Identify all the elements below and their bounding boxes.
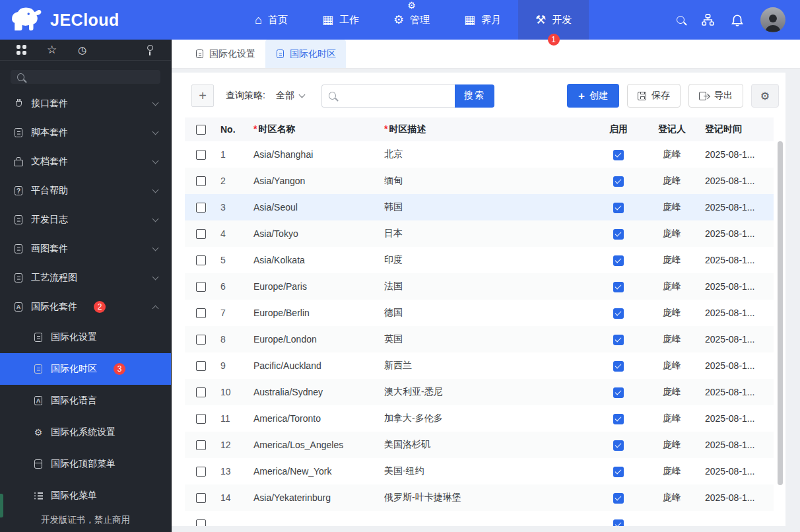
sidebar-menu-item[interactable]: 接口套件: [0, 89, 171, 118]
sidebar-submenu-item[interactable]: 国际化顶部菜单: [0, 448, 171, 480]
sidebar-submenu-item[interactable]: 国际化设置: [0, 321, 171, 353]
jecloud-logo-icon: [9, 6, 44, 34]
sidebar-menu-item[interactable]: 国际化套件 2: [0, 292, 171, 321]
enabled-checkbox[interactable]: [613, 493, 624, 504]
table-row[interactable]: 8 Europe/London 英国 庞峰 2025-08-1...: [185, 326, 774, 352]
create-button[interactable]: + 创建: [567, 84, 619, 108]
row-checkbox[interactable]: [196, 229, 206, 239]
enabled-checkbox[interactable]: [613, 255, 624, 266]
enabled-checkbox[interactable]: [613, 361, 624, 372]
table-row[interactable]: 5 Asia/Kolkata 印度 庞峰 2025-08-1...: [185, 247, 774, 273]
row-checkbox[interactable]: [196, 387, 206, 397]
sidebar-menu-item[interactable]: 画图套件: [0, 234, 171, 263]
table-row[interactable]: 1 Asia/Shanghai 北京 庞峰 2025-08-1...: [185, 141, 774, 168]
table-row[interactable]: 6 Europe/Paris 法国 庞峰 2025-08-1...: [185, 273, 774, 300]
row-checkbox[interactable]: [196, 467, 206, 477]
search-input[interactable]: [341, 91, 448, 101]
table-row[interactable]: 2 Asia/Yangon 缅甸 庞峰 2025-08-1...: [185, 168, 774, 194]
cell-reg-time: 2025-08-1...: [701, 458, 774, 484]
enabled-checkbox[interactable]: [613, 282, 624, 292]
sidebar-menu-item[interactable]: 开发日志: [0, 205, 171, 234]
sidebar-submenu-item[interactable]: 国际化菜单: [0, 480, 171, 512]
table-row[interactable]: 9 Pacific/Auckland 新西兰 庞峰 2025-08-1...: [185, 352, 774, 379]
list-icon: [33, 490, 44, 501]
settings-button[interactable]: ⚙: [751, 84, 779, 108]
query-strategy-label: 查询策略:: [226, 90, 265, 102]
sidebar-menu-item[interactable]: 脚本套件: [0, 118, 171, 147]
enabled-checkbox[interactable]: [613, 150, 624, 160]
enabled-checkbox[interactable]: [613, 335, 624, 345]
table-row[interactable]: 11 America/Toronto 加拿大-多伦多 庞峰 2025-08-1.…: [185, 405, 774, 432]
search-button[interactable]: 搜索: [455, 84, 494, 108]
cell-reg-time: 2025-08-1...: [701, 432, 774, 458]
cell-timezone-desc: 俄罗斯-叶卡捷琳堡: [380, 484, 594, 511]
row-checkbox[interactable]: [196, 440, 206, 450]
nav-item[interactable]: ⚒ 开发 1: [518, 0, 589, 40]
row-checkbox[interactable]: [196, 203, 206, 213]
table-row[interactable]: 3 Asia/Seoul 韩国 庞峰 2025-08-1...: [185, 194, 774, 220]
row-checkbox[interactable]: [196, 493, 206, 503]
query-strategy-select[interactable]: 全部: [276, 90, 304, 102]
row-checkbox[interactable]: [196, 282, 206, 292]
table-row[interactable]: 14 Asia/Yekaterinburg 俄罗斯-叶卡捷琳堡 庞峰 2025-…: [185, 484, 774, 511]
export-icon: [699, 92, 706, 100]
col-desc: *时区描述: [380, 117, 594, 141]
sidebar-search[interactable]: [11, 70, 160, 84]
i18n-icon: [13, 302, 24, 312]
scrollbar-thumb[interactable]: [778, 141, 783, 485]
sidebar-menu-item[interactable]: 工艺流程图: [0, 263, 171, 292]
enabled-checkbox[interactable]: [613, 519, 624, 526]
enabled-checkbox[interactable]: [613, 414, 624, 424]
nav-item[interactable]: ⚙ 管理: [376, 0, 447, 40]
enabled-checkbox[interactable]: [613, 308, 624, 319]
search-icon[interactable]: [677, 16, 684, 24]
tab[interactable]: 国际化时区: [265, 40, 346, 68]
enabled-checkbox[interactable]: [613, 176, 624, 187]
export-button[interactable]: 导出: [688, 84, 743, 108]
select-all-checkbox[interactable]: [196, 125, 206, 135]
pin-icon[interactable]: [144, 44, 155, 55]
tab[interactable]: 国际化设置: [185, 40, 265, 68]
bell-icon[interactable]: [731, 14, 743, 26]
license-note: 开发版证书，禁止商用: [0, 512, 171, 532]
row-checkbox[interactable]: [196, 150, 206, 160]
row-checkbox[interactable]: [196, 361, 206, 371]
row-checkbox[interactable]: [196, 335, 206, 345]
enabled-checkbox[interactable]: [613, 440, 624, 451]
save-button[interactable]: 保存: [627, 84, 681, 108]
nav-item[interactable]: ▦ 工作: [305, 0, 376, 40]
table-row[interactable]: 10 Australia/Sydney 澳大利亚-悉尼 庞峰 2025-08-1…: [185, 379, 774, 405]
row-checkbox[interactable]: [196, 519, 206, 526]
nav-item[interactable]: ⌂ 首页: [238, 0, 305, 40]
table-row[interactable]: 12 America/Los_Angeles 美国洛杉矶 庞峰 2025-08-…: [185, 432, 774, 458]
table-row[interactable]: [185, 511, 774, 526]
row-checkbox[interactable]: [196, 414, 206, 424]
row-checkbox[interactable]: [196, 255, 206, 265]
cell-timezone-name: Asia/Yangon: [250, 168, 380, 194]
apps-icon[interactable]: [16, 44, 27, 55]
table-row[interactable]: 4 Asia/Tokyo 日本 庞峰 2025-08-1...: [185, 220, 774, 247]
enabled-checkbox[interactable]: [613, 203, 624, 213]
star-icon[interactable]: [47, 44, 58, 55]
avatar[interactable]: [760, 7, 785, 32]
sidebar-submenu-item[interactable]: 国际化语言: [0, 385, 171, 416]
cell-timezone-name: Pacific/Auckland: [250, 352, 380, 379]
enabled-checkbox[interactable]: [613, 229, 624, 240]
enabled-checkbox[interactable]: [613, 467, 624, 477]
enabled-checkbox[interactable]: [613, 387, 624, 398]
nav-item[interactable]: ▦ 霁月: [447, 0, 518, 40]
sitemap-icon[interactable]: [702, 14, 714, 26]
sidebar-menu-item[interactable]: 文档套件: [0, 147, 171, 176]
search-field[interactable]: [321, 84, 455, 108]
table-row[interactable]: 7 Europe/Berlin 德国 庞峰 2025-08-1...: [185, 300, 774, 326]
sidebar-search-input[interactable]: [30, 72, 154, 82]
row-checkbox[interactable]: [196, 176, 206, 186]
col-time: 登记时间: [701, 117, 774, 141]
sidebar-submenu-item[interactable]: 国际化时区 3: [0, 353, 171, 385]
clock-icon[interactable]: [78, 44, 89, 55]
sidebar-menu-item[interactable]: 平台帮助: [0, 176, 171, 205]
table-row[interactable]: 13 America/New_York 美国-纽约 庞峰 2025-08-1..…: [185, 458, 774, 484]
row-checkbox[interactable]: [196, 308, 206, 318]
add-query-button[interactable]: +: [191, 84, 214, 107]
sidebar-submenu-item[interactable]: 国际化系统设置: [0, 416, 171, 448]
